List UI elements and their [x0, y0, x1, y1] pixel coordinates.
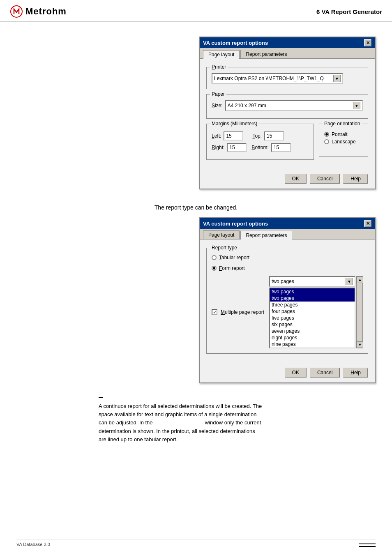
dialog2-titlebar: VA custom report options ✕ — [200, 218, 375, 229]
dialog2-close-button[interactable]: ✕ — [364, 220, 371, 227]
printer-group: Printer Lexmark Optra PS2 on \\METROHM_1… — [206, 67, 368, 89]
portrait-label: Portrait — [332, 131, 348, 137]
dialog1-title: VA custom report options — [203, 40, 268, 46]
dialog2-content: Report type Tabular report Form report — [200, 240, 375, 364]
dropdown-item-six-pages[interactable]: six pages — [270, 321, 355, 328]
dialog2-footer: OK Cancel Help — [200, 364, 375, 382]
dropdown-item-five-pages[interactable]: five pages — [270, 315, 355, 321]
metrohm-logo-icon — [10, 5, 23, 18]
dialog2-ok-button[interactable]: OK — [285, 368, 307, 378]
form-report-row: Form report — [212, 265, 363, 271]
top-label: Top: — [252, 133, 262, 139]
landscape-row: Landscape — [324, 139, 363, 145]
dialog1-cancel-button[interactable]: Cancel — [310, 174, 340, 184]
portrait-row: Portrait — [324, 131, 363, 137]
description-text: A continuos report for all selected dete… — [99, 402, 263, 444]
pages-combo-header[interactable]: two pages ▼ — [269, 276, 355, 287]
form-label: Form report — [219, 265, 245, 271]
paper-size-row: Size: A4 210 x 297 mm ▼ — [212, 100, 363, 111]
printer-combo-arrow[interactable]: ▼ — [333, 75, 341, 82]
orientation-group-title: Page orientation — [323, 121, 362, 127]
page-body: VA custom report options ✕ Page layout R… — [0, 22, 392, 452]
bottom-input[interactable]: 15 — [271, 143, 291, 152]
scroll-track — [357, 283, 362, 341]
left-input[interactable]: 15 — [224, 131, 243, 140]
paper-group: Paper Size: A4 210 x 297 mm ▼ — [206, 94, 368, 119]
description-cursor-line — [99, 393, 263, 401]
dropdown-item-nine-pages[interactable]: nine pages — [270, 341, 355, 348]
paper-size-value: A4 210 x 297 mm — [228, 103, 266, 108]
dialog1-titlebar: VA custom report options ✕ — [200, 37, 375, 48]
page-footer: VA Database 2.0 — [16, 539, 376, 547]
pages-combo-area: two pages ▼ two pages two pages three pa… — [269, 276, 363, 348]
dialog2-tabs: Page layout Report parameters — [200, 229, 375, 240]
dropdown-item-four-pages[interactable]: four pages — [270, 308, 355, 315]
paper-size-arrow[interactable]: ▼ — [353, 102, 360, 109]
multiple-page-row: Multiple page report two pages ▼ — [212, 276, 363, 348]
dialog1-footer: OK Cancel Help — [200, 170, 375, 189]
dialog2: VA custom report options ✕ Page layout R… — [199, 217, 376, 383]
orientation-content: Portrait Landscape — [324, 131, 363, 145]
report-type-group-title: Report type — [210, 245, 239, 251]
tabular-report-row: Tabular report — [212, 255, 363, 260]
dialog2-title: VA custom report options — [203, 221, 268, 227]
margins-orientation-row: Margins (Millimeters) Left: 15 Top: 15 R… — [206, 124, 368, 165]
tabular-label: Tabular report — [219, 255, 249, 260]
dialog2-help-button[interactable]: Help — [343, 368, 368, 378]
logo-text: Metrohm — [25, 6, 67, 17]
margins-group: Margins (Millimeters) Left: 15 Top: 15 R… — [206, 124, 314, 160]
right-label: Right: — [212, 145, 224, 150]
right-input[interactable]: 15 — [227, 143, 247, 152]
dialog1-tab-page-layout[interactable]: Page layout — [203, 50, 240, 59]
multiple-page-checkbox[interactable] — [212, 309, 217, 315]
dialog1-content: Printer Lexmark Optra PS2 on \\METROHM_1… — [200, 59, 375, 170]
pages-dropdown-list[interactable]: two pages two pages three pages four pag… — [269, 288, 355, 348]
dialog1-ok-button[interactable]: OK — [285, 174, 307, 184]
dropdown-item-seven-pages[interactable]: seven pages — [270, 328, 355, 334]
dialog2-tab-page-layout[interactable]: Page layout — [203, 230, 240, 239]
section-text: The report type can be changed. — [16, 204, 376, 211]
dropdown-item-two-pages-hl[interactable]: two pages — [270, 295, 355, 302]
dialog1-tabs: Page layout Report parameters — [200, 48, 375, 59]
section-title: 6 VA Report Generator — [316, 8, 382, 15]
printer-value: Lexmark Optra PS2 on \\METROHM_1\P_TW1_Q — [214, 76, 324, 81]
scroll-up-arrow[interactable]: ▲ — [357, 276, 363, 283]
printer-combo[interactable]: Lexmark Optra PS2 on \\METROHM_1\P_TW1_Q… — [212, 73, 343, 84]
bottom-label: Bottom: — [251, 145, 268, 150]
scroll-down-arrow[interactable]: ▼ — [357, 341, 363, 348]
footer-line-2 — [359, 546, 376, 547]
left-top-row: Left: 15 Top: 15 — [212, 131, 309, 140]
dropdown-item-eight-pages[interactable]: eight pages — [270, 334, 355, 341]
portrait-radio[interactable] — [324, 132, 329, 137]
footer-left-text: VA Database 2.0 — [16, 542, 50, 547]
paper-group-title: Paper — [210, 91, 226, 97]
logo: Metrohm — [10, 5, 67, 18]
landscape-label: Landscape — [332, 139, 356, 145]
tabular-radio[interactable] — [212, 255, 217, 260]
pages-scrollbar[interactable]: ▲ ▼ — [356, 276, 363, 348]
orientation-group: Page orientation Portrait Landscape — [319, 124, 368, 157]
printer-combo-row: Lexmark Optra PS2 on \\METROHM_1\P_TW1_Q… — [212, 73, 363, 84]
landscape-radio[interactable] — [324, 139, 329, 144]
right-bottom-row: Right: 15 Bottom: 15 — [212, 143, 309, 152]
page-header: Metrohm 6 VA Report Generator — [0, 0, 392, 22]
form-radio[interactable] — [212, 266, 217, 271]
dialog1-help-button[interactable]: Help — [343, 174, 368, 184]
pages-combo-value: two pages — [272, 279, 294, 284]
dialog2-cancel-button[interactable]: Cancel — [310, 368, 340, 378]
paper-size-combo[interactable]: A4 210 x 297 mm ▼ — [225, 100, 363, 111]
dropdown-item-two-pages[interactable]: two pages — [270, 288, 355, 295]
pages-combo-arrow[interactable]: ▼ — [346, 278, 353, 285]
dialog2-tab-report-parameters[interactable]: Report parameters — [240, 231, 292, 240]
margins-content: Left: 15 Top: 15 Right: 15 Bottom: 15 — [212, 131, 309, 152]
footer-line-1 — [359, 543, 376, 544]
report-type-group: Report type Tabular report Form report — [206, 248, 368, 354]
pages-combo-with-list: two pages ▼ two pages two pages three pa… — [269, 276, 355, 348]
footer-right — [359, 543, 376, 547]
dialog1-close-button[interactable]: ✕ — [364, 39, 371, 46]
printer-group-title: Printer — [210, 64, 228, 70]
top-input[interactable]: 15 — [264, 131, 284, 140]
dialog1-tab-report-parameters[interactable]: Report parameters — [240, 50, 292, 58]
dropdown-item-three-pages[interactable]: three pages — [270, 302, 355, 308]
margins-group-title: Margins (Millimeters) — [210, 121, 259, 127]
